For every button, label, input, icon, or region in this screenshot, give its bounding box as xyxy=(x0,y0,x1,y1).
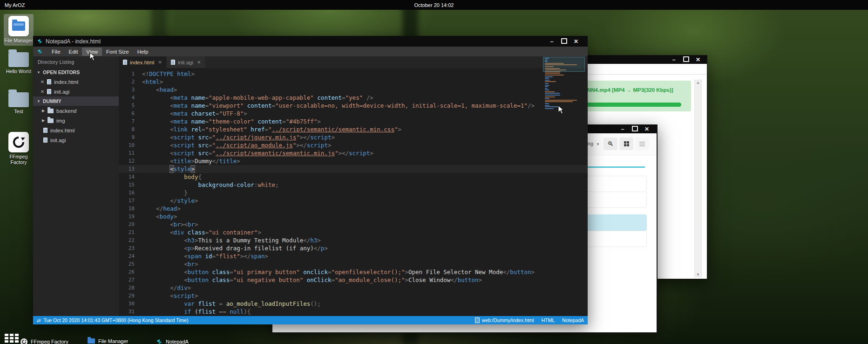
code-line[interactable]: 22 <h3>This is a Dummy Testing Module</h… xyxy=(119,236,588,244)
line-number: 9 xyxy=(119,133,142,141)
code-line[interactable]: 9 <script src="../script/jquery.min.js">… xyxy=(119,133,588,141)
code-text: } xyxy=(142,189,188,197)
scrollbar[interactable]: ▲▼ xyxy=(694,80,702,277)
status-filepath: web:/Dummy/index.html xyxy=(482,317,534,323)
code-line[interactable]: 28 </div> xyxy=(119,284,588,292)
code-text: <!DOCTYPE html> xyxy=(142,70,195,78)
tree-item-label: index.html xyxy=(54,79,78,85)
code-line[interactable]: 17 </style> xyxy=(119,197,588,205)
code-line[interactable]: 4 <meta name="apple-mobile-web-app-capab… xyxy=(119,94,588,102)
editor-tab-init.agi[interactable]: init.agi✕ xyxy=(167,56,205,68)
taskbar-item-file-manager[interactable]: File Manager xyxy=(88,338,128,344)
code-line[interactable]: 6 <meta charset="UTF-8"> xyxy=(119,110,588,117)
scroll-down-icon[interactable]: ▼ xyxy=(696,272,700,277)
code-line[interactable]: 19 <body> xyxy=(119,213,588,220)
desktop-icon-file-manager[interactable]: File Manager xyxy=(4,14,34,46)
list-view-button[interactable] xyxy=(635,138,649,150)
tree-item-init.agi[interactable]: init.agi xyxy=(33,135,119,145)
line-number: 2 xyxy=(119,78,142,86)
line-number: 6 xyxy=(119,110,142,117)
code-line[interactable]: 21 <div class="ui container"> xyxy=(119,228,588,236)
code-line[interactable]: 3 <head> xyxy=(119,86,588,94)
code-text: <style> xyxy=(142,165,195,173)
line-number: 26 xyxy=(119,268,142,276)
tree-section-open-editors[interactable]: ▼OPEN EDITORS xyxy=(33,68,119,77)
menu-font-size[interactable]: Font Size xyxy=(102,48,133,56)
scroll-up-icon[interactable]: ▲ xyxy=(696,80,700,85)
notepada-window[interactable]: NotepadA - index.html – ✕ FileEditViewFo… xyxy=(33,36,588,324)
tree-section-dummy[interactable]: ▼DUMMY xyxy=(33,96,119,106)
tree-item-init.agi[interactable]: ✕init.agi xyxy=(33,87,119,96)
line-number: 23 xyxy=(119,244,142,252)
close-button[interactable]: ✕ xyxy=(641,126,653,132)
tree-item-index.html[interactable]: index.html xyxy=(33,125,119,135)
minimize-button[interactable]: – xyxy=(668,57,680,62)
tree-item-label: index.html xyxy=(50,128,75,133)
code-line[interactable]: 27 <button class="ui negative button" on… xyxy=(119,276,588,284)
tree-item-img[interactable]: ▶img xyxy=(33,116,119,125)
minimap-line xyxy=(545,89,549,90)
code-text: <script src="../script/semantic/semantic… xyxy=(142,149,373,157)
code-line[interactable]: 15 background-color:white; xyxy=(119,181,588,189)
code-line[interactable]: 16 } xyxy=(119,189,588,197)
menu-help[interactable]: Help xyxy=(133,48,153,56)
code-area[interactable]: 1<!DOCTYPE html>2<html>3 <head>4 <meta n… xyxy=(119,68,588,316)
code-editor[interactable]: index.html✕init.agi✕ 1<!DOCTYPE html>2<h… xyxy=(119,56,588,316)
code-line[interactable]: 13 <style> xyxy=(119,165,588,173)
code-line[interactable]: 7 <meta name="theme-color" content="#4b7… xyxy=(119,117,588,125)
gray-folder-icon xyxy=(8,52,29,67)
close-icon[interactable]: ✕ xyxy=(40,79,45,84)
code-line[interactable]: 5 <meta name="viewport" content="user-sc… xyxy=(119,102,588,110)
code-line[interactable]: 23 <p>Received drag-in filelist (if any)… xyxy=(119,244,588,252)
code-text: <meta charset="UTF-8"> xyxy=(142,110,247,117)
code-line[interactable]: 25 <br> xyxy=(119,260,588,268)
code-line[interactable]: 26 <button class="ui primary button" onc… xyxy=(119,268,588,276)
desktop-icon-hello-world[interactable]: Hello World xyxy=(4,52,34,74)
code-line[interactable]: 11 <script src="../script/semantic/seman… xyxy=(119,149,588,157)
app-launcher-grid-icon[interactable] xyxy=(5,334,20,343)
line-number: 21 xyxy=(119,228,142,236)
desktop-icon-ffmpeg-factory[interactable]: FFmpeg Factory xyxy=(4,132,34,165)
close-icon[interactable]: ✕ xyxy=(40,89,45,94)
maximize-button[interactable] xyxy=(629,126,641,132)
code-line[interactable]: 29 <script> xyxy=(119,292,588,300)
maximize-button[interactable] xyxy=(680,56,692,63)
menu-file[interactable]: File xyxy=(47,48,65,56)
code-line[interactable]: 10 <script src="../script/ao_module.js">… xyxy=(119,141,588,149)
mouse-cursor xyxy=(89,52,96,62)
menu-edit[interactable]: Edit xyxy=(65,48,82,56)
minimap-line xyxy=(545,86,548,87)
minimap-slider[interactable] xyxy=(543,57,585,72)
minimize-button[interactable]: – xyxy=(546,39,558,44)
code-line[interactable]: 12 <title>Dummy</title> xyxy=(119,157,588,165)
code-line[interactable]: 1<!DOCTYPE html> xyxy=(119,70,588,78)
taskbar-item-ffmpeg-factory[interactable]: FFmpeg Factory xyxy=(20,338,68,344)
maximize-button[interactable] xyxy=(558,38,570,45)
code-line[interactable]: 31 if (flist == null){ xyxy=(119,308,588,316)
code-line[interactable]: 2<html> xyxy=(119,78,588,86)
close-icon[interactable]: ✕ xyxy=(158,60,162,65)
desktop-icon-test[interactable]: Test xyxy=(4,92,34,114)
editor-tab-index.html[interactable]: index.html✕ xyxy=(119,56,166,68)
code-line[interactable]: 18 </head> xyxy=(119,205,588,213)
taskbar-item-notepada[interactable]: NotepadA xyxy=(156,338,189,344)
code-line[interactable]: 24 <span id="flist"></span> xyxy=(119,252,588,260)
grid-view-button[interactable] xyxy=(619,138,633,150)
status-appname: NotepadA xyxy=(562,317,584,323)
minimize-button[interactable]: – xyxy=(617,126,629,132)
tree-item-backend[interactable]: ▶backend xyxy=(33,106,119,116)
conversion-task-label: NN4.mp4 [MP4 → MP3(320 Kbps)] xyxy=(587,87,673,93)
code-line[interactable]: 20 <br><br> xyxy=(119,220,588,228)
search-button[interactable]: 🔍︎ xyxy=(604,138,617,150)
notepada-titlebar[interactable]: NotepadA - index.html – ✕ xyxy=(33,36,588,47)
code-line[interactable]: 14 body{ xyxy=(119,173,588,181)
tree-item-index.html[interactable]: ✕index.html xyxy=(33,77,119,87)
code-line[interactable]: 30 var flist = ao_module_loadInputFiles(… xyxy=(119,300,588,308)
close-icon[interactable]: ✕ xyxy=(197,60,201,65)
status-language[interactable]: HTML xyxy=(542,317,555,323)
code-line[interactable]: 8 <link rel="stylesheet" href="../script… xyxy=(119,125,588,133)
minimap[interactable] xyxy=(545,58,582,110)
close-button[interactable]: ✕ xyxy=(570,39,582,44)
close-button[interactable]: ✕ xyxy=(692,57,704,62)
code-text: <meta name="viewport" content="user-scal… xyxy=(142,102,535,110)
